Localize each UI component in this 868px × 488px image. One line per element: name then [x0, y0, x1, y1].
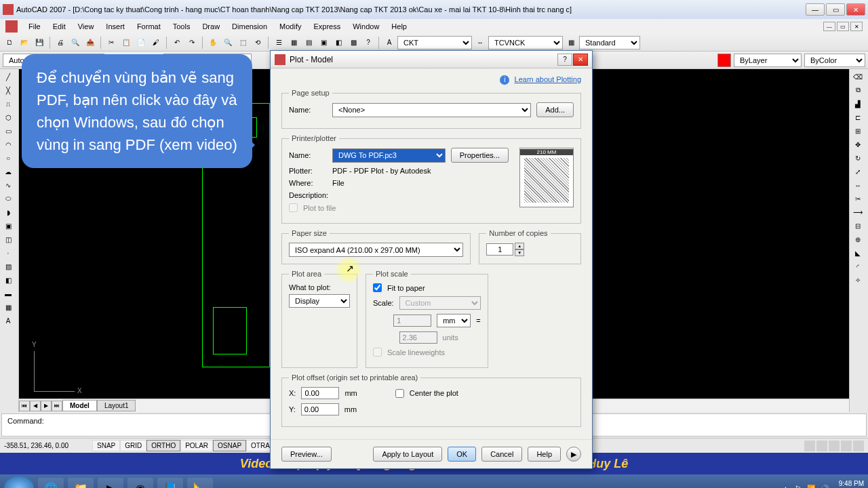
menu-file[interactable]: File: [23, 21, 46, 32]
fit-to-paper-checkbox[interactable]: [373, 283, 382, 292]
cut-icon[interactable]: ✂: [104, 36, 118, 49]
paper-size-combo[interactable]: ISO expand A4 (210.00 x 297.00 MM): [289, 243, 463, 257]
status-ortho[interactable]: ORTHO: [146, 440, 180, 451]
copies-up-icon[interactable]: ▲: [515, 243, 524, 249]
offset-icon[interactable]: ⊏: [851, 111, 865, 123]
offset-y-input[interactable]: [301, 403, 339, 415]
hatch-icon[interactable]: ▨: [1, 260, 15, 272]
status-tray-icon[interactable]: [804, 441, 815, 451]
doc-restore[interactable]: ▭: [837, 22, 849, 31]
minimize-button[interactable]: —: [806, 3, 825, 16]
status-osnap[interactable]: OSNAP: [213, 440, 246, 451]
taskbar-media-icon[interactable]: ▶: [98, 478, 123, 488]
menu-express[interactable]: Express: [308, 21, 346, 32]
doc-close[interactable]: ✕: [850, 22, 863, 31]
zoom-prev-icon[interactable]: ⟲: [251, 36, 264, 49]
start-button[interactable]: [4, 476, 34, 488]
menu-help[interactable]: Help: [386, 21, 412, 32]
markup-icon[interactable]: ◧: [332, 36, 345, 49]
linetype-combo[interactable]: ByLayer: [734, 54, 802, 67]
dialog-title-bar[interactable]: Plot - Model ? ✕: [271, 51, 592, 68]
menu-draw[interactable]: Draw: [197, 21, 225, 32]
ellipse-arc-icon[interactable]: ◗: [1, 206, 15, 218]
fillet-icon[interactable]: ◜: [851, 260, 865, 272]
cancel-button[interactable]: Cancel: [481, 447, 522, 462]
ellipse-icon[interactable]: ⬭: [1, 192, 15, 205]
dialog-close-button[interactable]: ✕: [573, 54, 588, 66]
menu-tools[interactable]: Tools: [167, 21, 196, 32]
taskbar-word-icon[interactable]: 📘: [157, 478, 183, 488]
trim-icon[interactable]: ✂: [851, 192, 865, 205]
tray-network-icon[interactable]: 📶: [807, 485, 815, 489]
mirror-icon[interactable]: ▟: [851, 98, 865, 110]
tab-last-icon[interactable]: ⏭: [52, 401, 62, 411]
redo-icon[interactable]: ↷: [185, 36, 199, 49]
apply-to-layout-button[interactable]: Apply to Layout: [373, 447, 442, 462]
save-icon[interactable]: 💾: [33, 36, 46, 49]
tab-prev-icon[interactable]: ◀: [30, 401, 41, 411]
textstyle-icon[interactable]: A: [382, 36, 396, 49]
add-page-setup-button[interactable]: Add...: [536, 102, 574, 117]
circle-icon[interactable]: ○: [1, 152, 15, 164]
menu-modify[interactable]: Modify: [274, 21, 307, 32]
offset-x-input[interactable]: [301, 387, 339, 399]
menu-view[interactable]: View: [73, 21, 100, 32]
copies-down-icon[interactable]: ▼: [515, 249, 524, 256]
tab-first-icon[interactable]: ⏮: [19, 401, 30, 411]
page-setup-name-combo[interactable]: <None>: [332, 103, 531, 117]
tab-model[interactable]: Model: [62, 400, 97, 411]
array-icon[interactable]: ⊞: [851, 125, 865, 137]
spline-icon[interactable]: ∿: [1, 179, 15, 191]
region-icon[interactable]: ▬: [1, 287, 15, 300]
preview-button[interactable]: Preview...: [281, 447, 332, 462]
status-tray-icon[interactable]: [841, 441, 852, 451]
help-button[interactable]: Help: [528, 447, 561, 462]
menu-insert[interactable]: Insert: [100, 21, 130, 32]
app-menu-icon[interactable]: [5, 20, 18, 33]
status-tray-icon[interactable]: [829, 441, 840, 451]
center-plot-checkbox[interactable]: [395, 389, 404, 398]
plot-preview-icon[interactable]: 🔍: [68, 36, 82, 49]
status-snap[interactable]: SNAP: [92, 440, 120, 451]
xline-icon[interactable]: ╳: [1, 84, 15, 96]
pan-icon[interactable]: ✋: [206, 36, 220, 49]
zoom-rt-icon[interactable]: 🔍: [221, 36, 235, 49]
taskbar-chrome-icon[interactable]: ◉: [127, 478, 153, 488]
status-polar[interactable]: POLAR: [180, 440, 213, 451]
menu-edit[interactable]: Edit: [47, 21, 71, 32]
sheet-set-icon[interactable]: ▣: [317, 36, 330, 49]
table-icon[interactable]: ▦: [1, 301, 15, 313]
rectangle-icon[interactable]: ▭: [1, 125, 15, 137]
plotstyle-combo[interactable]: ByColor: [804, 54, 865, 67]
taskbar-ie-icon[interactable]: 🌐: [38, 478, 64, 488]
tab-next-icon[interactable]: ▶: [41, 401, 52, 411]
dimstyle-combo[interactable]: TCVNCK: [488, 36, 563, 49]
new-icon[interactable]: 🗋: [3, 36, 16, 49]
move-icon[interactable]: ✥: [851, 138, 865, 150]
revcloud-icon[interactable]: ☁: [1, 165, 15, 178]
explode-icon[interactable]: ✧: [851, 274, 865, 286]
tray-expand-icon[interactable]: ▲: [783, 485, 789, 489]
dimstyle-icon[interactable]: ↔: [473, 36, 487, 49]
ok-button[interactable]: OK: [448, 447, 476, 462]
insert-block-icon[interactable]: ▣: [1, 220, 15, 232]
maximize-button[interactable]: ▭: [826, 3, 845, 16]
menu-window[interactable]: Window: [347, 21, 384, 32]
match-icon[interactable]: 🖌: [149, 36, 163, 49]
scale-icon[interactable]: ⤢: [851, 165, 865, 178]
plotter-properties-button[interactable]: Properties...: [451, 148, 509, 163]
tab-layout1[interactable]: Layout1: [97, 400, 136, 411]
copy-obj-icon[interactable]: ⧉: [851, 84, 865, 96]
line-icon[interactable]: ╱: [1, 70, 15, 83]
tool-palette-icon[interactable]: ▤: [302, 36, 315, 49]
tablestyle-icon[interactable]: ▦: [564, 36, 578, 49]
stretch-icon[interactable]: ↔: [851, 179, 865, 191]
undo-icon[interactable]: ↶: [170, 36, 184, 49]
mtext-icon[interactable]: A: [1, 314, 15, 327]
extend-icon[interactable]: ⟶: [851, 206, 865, 218]
expand-dialog-button[interactable]: ▶: [566, 447, 581, 462]
help-icon[interactable]: ?: [361, 36, 375, 49]
props-icon[interactable]: ☰: [272, 36, 285, 49]
point-icon[interactable]: ·: [1, 247, 15, 259]
status-tray-icon[interactable]: [816, 441, 827, 451]
